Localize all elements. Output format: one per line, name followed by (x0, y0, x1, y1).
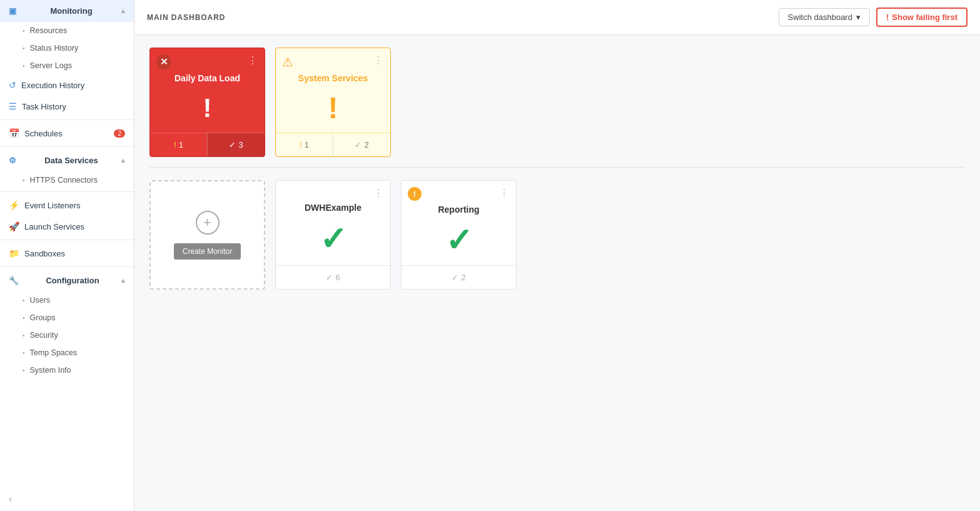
sidebar-item-schedules[interactable]: 📅 Schedules 2 (0, 123, 134, 144)
check-icon-dwh: ✓ (326, 273, 333, 282)
monitor-card-daily-data-load[interactable]: ✕ ⋮ Daily Data Load ! ! 1 ✓ 3 (149, 48, 265, 157)
sidebar-item-status-history[interactable]: Status History (0, 39, 134, 57)
card-menu-icon-reporting[interactable]: ⋮ (499, 187, 510, 199)
monitor-row-2: + Create Monitor ⋮ DWHExample ✓ ✓ 6 (149, 180, 965, 290)
footer-warn-system: ! 1 (276, 133, 333, 156)
check-count-dwh: 6 (335, 273, 340, 282)
monitor-row-1: ✕ ⋮ Daily Data Load ! ! 1 ✓ 3 (149, 48, 965, 157)
divider-5 (0, 266, 134, 267)
check-count-system: 2 (364, 140, 368, 149)
monitor-card-dwh-example[interactable]: ⋮ DWHExample ✓ ✓ 6 (275, 180, 391, 290)
sidebar-section-configuration[interactable]: 🔧 Configuration ▴ (0, 270, 134, 291)
sidebar-item-temp-spaces[interactable]: Temp Spaces (0, 344, 134, 362)
card-title-reporting: Reporting (402, 201, 516, 215)
data-services-chevron-icon: ▴ (121, 156, 125, 164)
warn-count-daily: 1 (179, 140, 183, 149)
check-icon-daily: ✓ (229, 140, 236, 149)
card-footer-daily: ! 1 ✓ 3 (150, 133, 265, 156)
execution-history-icon: ↺ (9, 80, 16, 90)
card-body-dwh: ✓ (276, 213, 390, 265)
divider-1 (0, 119, 134, 120)
card-body-icon-dwh: ✓ (320, 220, 347, 258)
schedules-badge: 2 (114, 129, 125, 138)
card-title-system: System Services (276, 69, 390, 83)
schedules-label: Schedules (24, 129, 63, 138)
card-body-icon-reporting: ✓ (445, 221, 473, 259)
sidebar-section-data-services[interactable]: ⚙ Data Services ▴ (0, 149, 134, 171)
check-count-daily: 3 (238, 140, 243, 149)
warn-count-system: 1 (305, 140, 309, 149)
sidebar-item-sandboxes[interactable]: 📁 Sandboxes (0, 243, 134, 264)
sidebar-item-security[interactable]: Security (0, 326, 134, 344)
card-menu-icon-dwh[interactable]: ⋮ (373, 187, 384, 199)
show-failing-label: Show failing first (892, 13, 957, 22)
card-body-reporting: ✓ (402, 215, 516, 265)
monitoring-icon: ▣ (9, 6, 16, 16)
monitor-card-reporting[interactable]: ! ⋮ Reporting ✓ ✓ 2 (401, 180, 517, 290)
launch-services-icon: 🚀 (9, 221, 19, 231)
schedules-icon: 📅 (9, 128, 19, 138)
sandboxes-icon: 📁 (9, 248, 19, 258)
card-footer-system: ! 1 ✓ 2 (276, 133, 390, 156)
sidebar-item-groups[interactable]: Groups (0, 309, 134, 326)
sandboxes-label: Sandboxes (24, 249, 65, 258)
sidebar-item-launch-services[interactable]: 🚀 Launch Services (0, 216, 134, 237)
sidebar-item-users[interactable]: Users (0, 291, 134, 309)
card-body-daily: ! (150, 83, 265, 133)
card-menu-icon-daily[interactable]: ⋮ (248, 54, 258, 66)
check-icon-reporting: ✓ (452, 273, 458, 282)
switch-dashboard-label: Switch dashboard (788, 13, 852, 22)
launch-services-label: Launch Services (24, 222, 84, 231)
divider-2 (0, 146, 134, 147)
sidebar-item-https-connectors[interactable]: HTTPS Connectors (0, 171, 134, 189)
page-title: MAIN DASHBOARD (147, 13, 772, 22)
card-title-daily: Daily Data Load (150, 69, 265, 83)
create-monitor-card[interactable]: + Create Monitor (149, 180, 265, 290)
configuration-label: Configuration (46, 276, 99, 285)
sidebar-item-execution-history[interactable]: ↺ Execution History (0, 74, 134, 96)
card-title-dwh: DWHExample (276, 199, 390, 213)
main-content: MAIN DASHBOARD Switch dashboard ▾ ! Show… (134, 0, 980, 511)
switch-dashboard-button[interactable]: Switch dashboard ▾ (779, 8, 870, 26)
create-monitor-button[interactable]: Create Monitor (174, 243, 241, 260)
data-services-label: Data Services (44, 156, 98, 165)
sidebar-item-resources[interactable]: Resources (0, 22, 134, 39)
sidebar-collapse-button[interactable]: ‹ (0, 487, 134, 511)
footer-warn-daily: ! 1 (150, 133, 207, 156)
event-listeners-icon: ⚡ (9, 200, 19, 210)
check-count-reporting: 2 (461, 273, 465, 282)
card-warn-icon-reporting: ! (408, 187, 422, 201)
dashboard-divider (149, 167, 965, 168)
card-footer-reporting: ✓ 2 (402, 265, 516, 289)
configuration-icon: 🔧 (9, 276, 19, 285)
sidebar-monitoring-label: Monitoring (50, 6, 92, 16)
footer-ok-system: ✓ 2 (333, 133, 390, 156)
monitor-card-system-services[interactable]: ⚠ ⋮ System Services ! ! 1 ✓ 2 (275, 48, 391, 157)
show-failing-first-button[interactable]: ! Show failing first (876, 8, 967, 27)
card-header-daily: ✕ ⋮ (150, 48, 265, 69)
sidebar-item-server-logs[interactable]: Server Logs (0, 57, 134, 74)
sidebar-item-system-info[interactable]: System Info (0, 362, 134, 379)
card-menu-icon-system[interactable]: ⋮ (373, 54, 384, 66)
card-header-system: ⚠ ⋮ (276, 48, 390, 69)
warn-icon-system: ! (300, 140, 302, 149)
data-services-icon: ⚙ (9, 156, 16, 165)
card-fail-icon: ✕ (156, 54, 171, 69)
task-history-icon: ☰ (9, 101, 17, 111)
card-footer-dwh: ✓ 6 (276, 265, 390, 289)
sidebar-section-monitoring[interactable]: ▣ Monitoring ▴ (0, 0, 134, 22)
exclamation-icon: ! (886, 13, 889, 22)
card-body-icon-system: ! (328, 91, 338, 125)
configuration-chevron-icon: ▴ (121, 276, 125, 285)
card-body-icon-daily: ! (203, 93, 212, 123)
divider-3 (0, 191, 134, 192)
footer-ok-daily: ✓ 3 (207, 133, 265, 156)
sidebar-item-task-history[interactable]: ☰ Task History (0, 96, 134, 117)
check-icon-system: ✓ (355, 140, 361, 149)
sidebar-item-event-listeners[interactable]: ⚡ Event Listeners (0, 195, 134, 216)
execution-history-label: Execution History (21, 81, 84, 90)
card-body-system: ! (276, 83, 390, 133)
task-history-label: Task History (22, 102, 66, 111)
event-listeners-label: Event Listeners (24, 201, 81, 210)
divider-4 (0, 240, 134, 240)
